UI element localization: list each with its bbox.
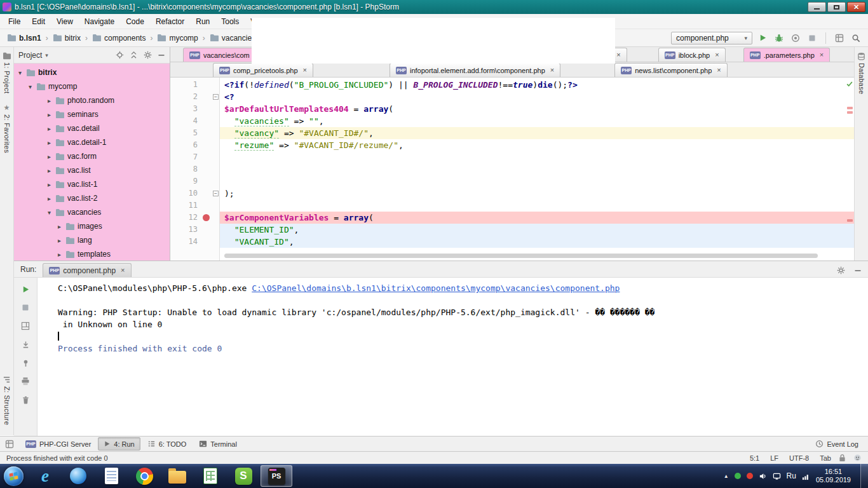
tree-item-lang[interactable]: ▸lang (14, 233, 170, 247)
taskbar-office-app[interactable] (194, 465, 226, 487)
line-separator[interactable]: LF (770, 454, 778, 462)
chevron-right-icon[interactable]: ▸ (56, 237, 63, 244)
tree-item-templates[interactable]: ▸templates (14, 247, 170, 261)
indent-style[interactable]: Tab (820, 454, 831, 462)
hide-panel-button[interactable] (854, 267, 862, 274)
close-icon[interactable]: × (303, 67, 307, 74)
hidden-icons-button[interactable]: ▲ (724, 473, 729, 479)
menu-item-code[interactable]: Code (120, 15, 150, 28)
breadcrumb-item-mycomp[interactable]: mycomp (155, 32, 200, 44)
editor-horizontal-scrollbar[interactable] (224, 254, 843, 259)
line-number[interactable]: 11 (170, 200, 219, 212)
tool-window-button-event-log[interactable]: Event Log (810, 437, 864, 451)
tray-green-icon[interactable] (735, 473, 741, 479)
title-bar[interactable]: b.lsn1 [C:\OSPanel\domains\b.lsn1] - ...… (0, 0, 868, 14)
code-line[interactable]: $arDefaultUrlTemplates404 = array( (220, 103, 854, 115)
fold-marker-icon[interactable]: − (213, 94, 219, 100)
line-number[interactable]: 9 (170, 175, 219, 187)
line-number[interactable]: 8 (170, 163, 219, 175)
tree-item-images[interactable]: ▸images (14, 219, 170, 233)
tool-window-button-6-todo[interactable]: 6: TODO (142, 437, 193, 451)
tree-item-seminars[interactable]: ▸seminars (14, 107, 170, 121)
file-encoding[interactable]: UTF-8 (789, 454, 809, 462)
line-number[interactable]: 5 (170, 127, 219, 139)
debug-button[interactable] (772, 31, 786, 45)
line-number[interactable]: 14 (170, 236, 219, 248)
menu-item-view[interactable]: View (51, 15, 79, 28)
code-line[interactable] (220, 200, 854, 212)
tree-item-bitrix[interactable]: ▾bitrix (14, 65, 170, 79)
tool-stripe-button-database[interactable]: Database (857, 52, 865, 95)
chevron-right-icon[interactable]: ▸ (46, 153, 53, 160)
inspections-profile-icon[interactable] (853, 454, 862, 462)
run-configuration-select[interactable]: component.php ▾ (671, 32, 752, 44)
scroll-to-end-button[interactable] (19, 338, 32, 351)
restore-layout-button[interactable] (19, 320, 32, 332)
menu-item-run[interactable]: Run (190, 15, 215, 28)
line-number[interactable]: 3 (170, 103, 219, 115)
editor-tab-infoportal-element-add-form-component-php[interactable]: PHPinfoportal.element.add.form\component… (390, 63, 560, 77)
settings-gear-icon[interactable] (837, 266, 845, 274)
tree-item-photo-random[interactable]: ▸photo.random (14, 93, 170, 107)
taskbar-phpstorm[interactable]: PS (261, 465, 292, 487)
code-line[interactable]: <? (220, 91, 854, 103)
stop-button[interactable] (805, 31, 819, 45)
settings-gear-icon[interactable] (144, 51, 152, 59)
stop-button[interactable] (19, 301, 32, 314)
run-tab-component-php[interactable]: PHP component.php × (43, 263, 131, 277)
minimize-button[interactable] (808, 2, 826, 12)
code-line[interactable]: "ELEMENT_ID", (220, 224, 854, 236)
close-icon[interactable]: × (550, 67, 554, 74)
chevron-right-icon[interactable]: ▸ (46, 181, 53, 188)
line-number[interactable]: 4 (170, 115, 219, 127)
menu-item-refactor[interactable]: Refactor (150, 15, 190, 28)
editor-gutter[interactable]: 12−345678910−11121314 (170, 78, 220, 261)
hide-panel-button[interactable] (158, 51, 165, 59)
close-button[interactable]: ✕ (847, 2, 865, 12)
project-view-selector[interactable]: Project▾ (18, 51, 48, 60)
menu-item-edit[interactable]: Edit (26, 15, 51, 28)
breadcrumb-item-vacancies[interactable]: vacancies (208, 32, 257, 44)
start-button[interactable] (4, 466, 24, 486)
chevron-right-icon[interactable]: ▸ (46, 125, 53, 132)
tool-stripe-button-z-structure[interactable]: Z: Structure (3, 376, 11, 425)
tree-item-vac-form[interactable]: ▸vac.form (14, 149, 170, 163)
code-line[interactable]: <?if(!defined("B_PROLOG_INCLUDED") || B_… (220, 79, 854, 91)
close-icon[interactable]: × (121, 267, 125, 274)
editor-tab-news-list-component-php[interactable]: PHPnews.list\component.php× (614, 63, 728, 77)
breadcrumb-item-b-lsn1[interactable]: b.lsn1 (5, 32, 43, 44)
line-number[interactable]: 12 (170, 212, 219, 224)
chevron-right-icon[interactable]: ▸ (46, 97, 53, 104)
tree-item-vac-list[interactable]: ▸vac.list (14, 163, 170, 177)
clock[interactable]: 16:51 05.09.2019 (816, 468, 851, 484)
chevron-right-icon[interactable]: ▸ (56, 223, 63, 230)
code-line[interactable]: $arComponentVariables = array( (220, 212, 854, 224)
menu-item-tools[interactable]: Tools (215, 15, 245, 28)
editor-tab-iblock-php[interactable]: PHPiblock.php× (658, 48, 726, 62)
menu-item-navigate[interactable]: Navigate (79, 15, 120, 28)
pin-tab-button[interactable] (19, 356, 32, 369)
line-number[interactable]: 1 (170, 79, 219, 91)
chevron-right-icon[interactable]: ▸ (46, 195, 53, 202)
breakpoint-icon[interactable] (203, 214, 210, 221)
code-line[interactable]: "rezume" => "#VACANT_ID#/rezume/", (220, 139, 854, 151)
editor-code[interactable]: <?if(!defined("B_PROLOG_INCLUDED") || B_… (220, 78, 854, 261)
tool-window-button-4-run[interactable]: 4: Run (98, 437, 140, 451)
editor-tab-parameters-php[interactable]: PHP.parameters.php× (743, 48, 831, 62)
language-indicator[interactable]: Ru (787, 471, 796, 480)
chevron-right-icon[interactable]: ▸ (46, 167, 53, 174)
signal-bars-icon[interactable] (802, 472, 810, 480)
rerun-button[interactable] (19, 283, 32, 295)
editor[interactable]: 12−345678910−11121314 <?if(!defined("B_P… (170, 78, 854, 261)
taskbar-browser[interactable] (62, 465, 94, 487)
close-icon[interactable]: × (820, 51, 824, 58)
collapse-all-button[interactable] (130, 51, 138, 59)
close-icon[interactable]: × (717, 67, 721, 74)
code-line[interactable]: "vacancies" => "", (220, 115, 854, 127)
breadcrumb-item-components[interactable]: components (90, 32, 147, 44)
layout-button[interactable] (832, 31, 846, 45)
tree-item-vac-detail-1[interactable]: ▸vac.detail-1 (14, 135, 170, 149)
tool-window-button-php-cgi-server[interactable]: PHPPHP-CGI Server (20, 437, 97, 451)
line-number[interactable]: 13 (170, 224, 219, 236)
run-with-coverage-button[interactable] (789, 31, 803, 45)
